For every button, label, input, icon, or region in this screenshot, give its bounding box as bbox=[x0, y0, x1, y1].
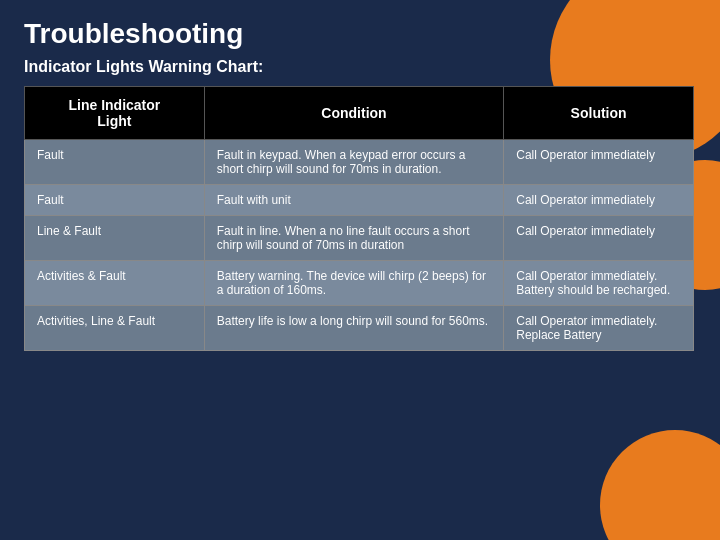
col-header-indicator: Line IndicatorLight bbox=[25, 87, 205, 140]
col-header-solution: Solution bbox=[504, 87, 694, 140]
cell-solution: Call Operator immediately. Battery shoul… bbox=[504, 261, 694, 306]
decorative-circle-bot bbox=[600, 430, 720, 540]
cell-solution: Call Operator immediately. Replace Batte… bbox=[504, 306, 694, 351]
table-row: Line & FaultFault in line. When a no lin… bbox=[25, 216, 694, 261]
main-content: Troubleshooting Indicator Lights Warning… bbox=[0, 0, 720, 369]
cell-condition: Battery life is low a long chirp will so… bbox=[204, 306, 503, 351]
cell-solution: Call Operator immediately bbox=[504, 216, 694, 261]
table-row: FaultFault with unitCall Operator immedi… bbox=[25, 185, 694, 216]
cell-indicator: Activities, Line & Fault bbox=[25, 306, 205, 351]
page-title: Troubleshooting bbox=[24, 18, 696, 50]
table-row: Activities, Line & FaultBattery life is … bbox=[25, 306, 694, 351]
col-header-condition: Condition bbox=[204, 87, 503, 140]
table-row: FaultFault in keypad. When a keypad erro… bbox=[25, 140, 694, 185]
cell-condition: Battery warning. The device will chirp (… bbox=[204, 261, 503, 306]
cell-solution: Call Operator immediately bbox=[504, 185, 694, 216]
cell-condition: Fault with unit bbox=[204, 185, 503, 216]
cell-solution: Call Operator immediately bbox=[504, 140, 694, 185]
section-title: Indicator Lights Warning Chart: bbox=[24, 58, 696, 76]
cell-indicator: Activities & Fault bbox=[25, 261, 205, 306]
cell-condition: Fault in line. When a no line fault occu… bbox=[204, 216, 503, 261]
cell-condition: Fault in keypad. When a keypad error occ… bbox=[204, 140, 503, 185]
troubleshooting-table: Line IndicatorLight Condition Solution F… bbox=[24, 86, 694, 351]
table-row: Activities & FaultBattery warning. The d… bbox=[25, 261, 694, 306]
table-header-row: Line IndicatorLight Condition Solution bbox=[25, 87, 694, 140]
cell-indicator: Fault bbox=[25, 140, 205, 185]
cell-indicator: Fault bbox=[25, 185, 205, 216]
cell-indicator: Line & Fault bbox=[25, 216, 205, 261]
